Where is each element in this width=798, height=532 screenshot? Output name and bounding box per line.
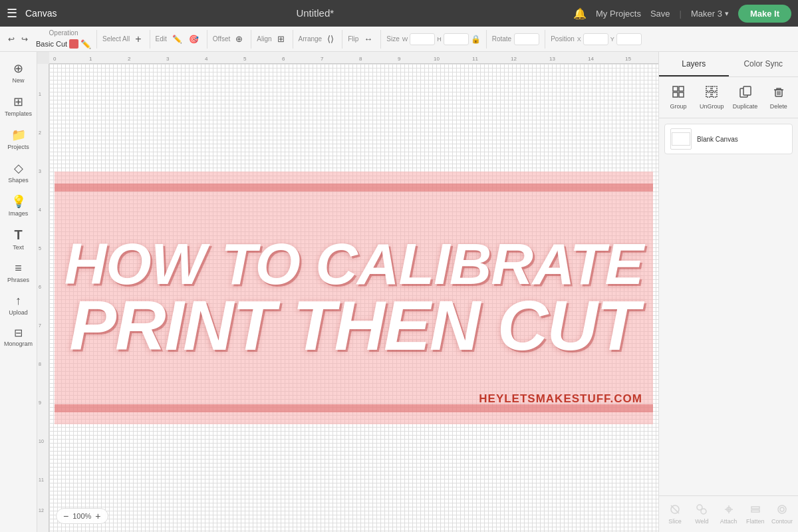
topbar-divider: |	[680, 9, 682, 19]
sidebar-item-new[interactable]: ⊕ New	[3, 57, 35, 88]
align-button[interactable]: ⊞	[275, 33, 287, 45]
sidebar-item-templates[interactable]: ⊞ Templates	[3, 90, 35, 121]
sidebar-item-upload[interactable]: ↑ Upload	[3, 290, 35, 320]
tab-color-sync[interactable]: Color Sync	[729, 52, 799, 76]
canvas-area[interactable]: 0 1 2 3 4 5 6 7 8 9 10 11 12 13 14 15	[37, 52, 658, 532]
edit-label: Edit	[156, 35, 167, 43]
flatten-button[interactable]: Flatten	[743, 500, 767, 528]
ruler-left-11: 11	[39, 477, 44, 482]
slice-button[interactable]: Slice	[663, 500, 687, 528]
sidebar-item-shapes[interactable]: ◇ Shapes	[3, 157, 35, 188]
flatten-icon	[749, 503, 761, 517]
attach-label: Attach	[720, 518, 737, 525]
x-input[interactable]	[583, 33, 608, 45]
canvas-grid: HOW TO CALIBRATE PRINT THEN CUT HEYLETSM…	[49, 64, 658, 532]
height-input[interactable]	[444, 33, 469, 45]
machine-label: Maker 3	[691, 9, 722, 19]
layer-item-blank-canvas[interactable]: Blank Canvas	[664, 124, 793, 154]
ruler-tick-0: 0	[53, 56, 56, 62]
arrange-label: Arrange	[299, 35, 323, 43]
offset-group: Offset ⊕	[213, 30, 252, 49]
panel-tabs: Layers Color Sync	[659, 52, 798, 77]
zoom-plus-button[interactable]: +	[94, 511, 102, 521]
svg-point-22	[778, 505, 786, 513]
svg-rect-21	[751, 510, 759, 512]
my-projects-link[interactable]: My Projects	[596, 9, 641, 19]
make-it-button[interactable]: Make It	[738, 5, 791, 23]
sidebar-item-label-shapes: Shapes	[8, 177, 29, 184]
width-label: W	[402, 36, 408, 43]
group-button[interactable]: Group	[663, 81, 694, 114]
weld-button[interactable]: Weld	[690, 500, 714, 528]
y-label: Y	[610, 36, 614, 43]
svg-rect-6	[706, 92, 711, 97]
projects-icon: 📁	[11, 128, 26, 142]
select-all-group: Select All +	[102, 30, 150, 49]
lock-icon[interactable]: 🔒	[471, 35, 481, 44]
right-panel: Layers Color Sync Group UnGroup D	[658, 52, 798, 532]
undo-button[interactable]: ↩	[5, 33, 17, 45]
select-all-button[interactable]: +	[132, 32, 144, 47]
sidebar-item-projects[interactable]: 📁 Projects	[3, 124, 35, 154]
sidebar-item-monogram[interactable]: ⊟ Monogram	[3, 323, 35, 351]
contour-icon	[776, 503, 788, 517]
image-website: HEYLETSMAKESTUFF.COM	[479, 392, 642, 406]
delete-label: Delete	[770, 103, 787, 110]
sidebar-item-images[interactable]: 💡 Images	[3, 190, 35, 221]
duplicate-button[interactable]: Duplicate	[730, 81, 761, 114]
operation-label: Operation	[49, 29, 78, 37]
size-group: Size W H 🔒	[386, 30, 486, 49]
position-label: Position	[551, 35, 575, 43]
y-input[interactable]	[616, 33, 642, 45]
ruler-tick-9: 9	[398, 56, 400, 62]
layer-name: Blank Canvas	[697, 136, 738, 143]
contour-button[interactable]: Contour	[770, 500, 794, 528]
duplicate-label: Duplicate	[733, 103, 758, 110]
left-sidebar: ⊕ New ⊞ Templates 📁 Projects ◇ Shapes 💡 …	[0, 52, 37, 532]
monogram-icon: ⊟	[14, 327, 23, 339]
operation-edit-icon[interactable]: ✏️	[80, 39, 91, 49]
attach-button[interactable]: Attach	[716, 500, 740, 528]
operation-group: Operation Basic Cut ✏️	[36, 30, 97, 49]
edit-group: Edit ✏️ 🎯	[156, 30, 207, 49]
ruler-left-4: 4	[39, 207, 41, 212]
ruler-top-ticks: 0 1 2 3 4 5 6 7 8 9 10 11 12 13 14 15	[49, 52, 658, 63]
zoom-control: − 100% +	[56, 508, 108, 524]
machine-selector[interactable]: Maker 3 ▾	[691, 9, 729, 19]
ruler-tick-6: 6	[282, 56, 285, 62]
svg-rect-20	[751, 507, 759, 509]
sidebar-item-text[interactable]: T Text	[3, 223, 35, 255]
upload-icon: ↑	[15, 294, 21, 308]
layer-thumbnail	[670, 128, 692, 150]
sidebar-item-label-monogram: Monogram	[4, 340, 33, 347]
edit-target-button[interactable]: 🎯	[186, 33, 201, 45]
new-icon: ⊕	[13, 61, 23, 76]
ruler-tick-11: 11	[472, 56, 478, 62]
offset-button[interactable]: ⊕	[233, 33, 245, 45]
ruler-left-8: 8	[39, 362, 41, 366]
arrange-button[interactable]: ⟨⟩	[325, 33, 336, 45]
edit-pencil-button[interactable]: ✏️	[170, 33, 185, 45]
save-button[interactable]: Save	[650, 9, 670, 19]
topbar-right: 🔔 My Projects Save | Maker 3 ▾ Make It	[573, 5, 791, 23]
image-line2: PRINT THEN CUT	[65, 289, 643, 362]
main-area: ⊕ New ⊞ Templates 📁 Projects ◇ Shapes 💡 …	[0, 52, 798, 532]
tab-layers[interactable]: Layers	[659, 52, 729, 76]
flip-button[interactable]: ↔	[361, 33, 375, 45]
delete-button[interactable]: Delete	[763, 81, 794, 114]
operation-color-icon	[69, 39, 78, 49]
ruler-top: 0 1 2 3 4 5 6 7 8 9 10 11 12 13 14 15	[49, 52, 658, 64]
bell-icon[interactable]: 🔔	[573, 7, 587, 20]
redo-button[interactable]: ↪	[19, 33, 31, 45]
sidebar-item-phrases[interactable]: ≡ Phrases	[3, 257, 35, 287]
rotate-input[interactable]	[514, 33, 539, 45]
phrases-icon: ≡	[15, 261, 22, 275]
svg-rect-0	[673, 86, 678, 91]
width-input[interactable]	[410, 33, 435, 45]
ungroup-button[interactable]: UnGroup	[696, 81, 727, 114]
zoom-minus-button[interactable]: −	[62, 511, 70, 521]
sidebar-item-label-templates: Templates	[5, 110, 32, 117]
hamburger-icon[interactable]: ☰	[7, 6, 17, 21]
align-label: Align	[257, 35, 271, 43]
sidebar-item-label-upload: Upload	[9, 309, 28, 316]
